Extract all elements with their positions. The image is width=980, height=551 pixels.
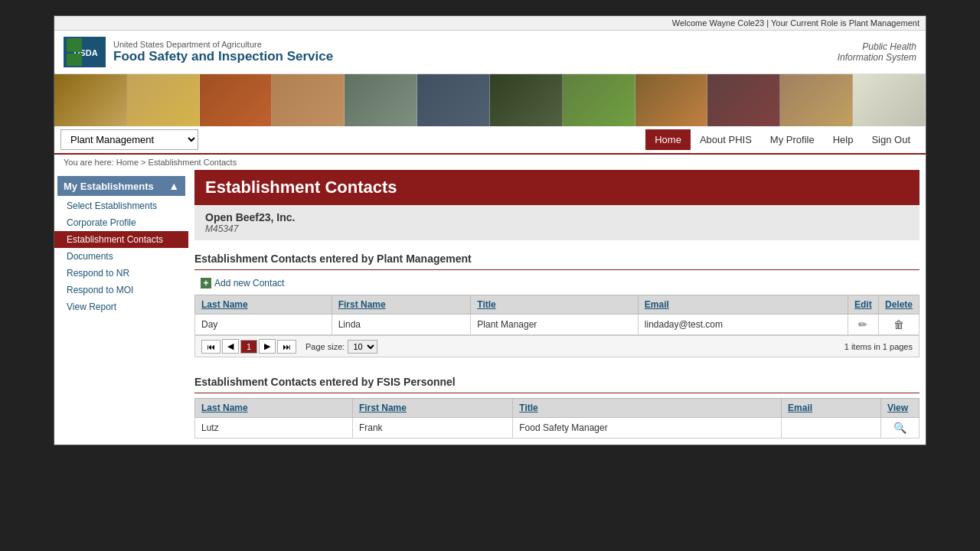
module-dropdown[interactable]: Plant Management bbox=[60, 129, 198, 150]
add-icon: + bbox=[201, 278, 211, 289]
col-title[interactable]: Title bbox=[471, 295, 639, 315]
section2: Establishment Contacts entered by FSIS P… bbox=[194, 370, 920, 439]
fsis-cell-email bbox=[782, 418, 881, 439]
page-size-text: Page size: bbox=[305, 342, 345, 351]
header-agency: United States Department of Agriculture … bbox=[113, 40, 333, 64]
first-page-button[interactable]: ⏮ bbox=[201, 340, 220, 354]
usda-logo-image: USDA bbox=[64, 37, 106, 67]
header-left: USDA United States Department of Agricul… bbox=[64, 37, 333, 67]
fsis-col-title[interactable]: Title bbox=[513, 399, 782, 418]
sidebar-header: My Establishments ▲ bbox=[57, 176, 185, 196]
photo-5 bbox=[345, 74, 417, 126]
cell-title: Plant Manager bbox=[471, 315, 639, 335]
cell-email: lindaday@test.com bbox=[638, 315, 848, 335]
svg-rect-3 bbox=[67, 54, 82, 66]
photo-8 bbox=[563, 74, 635, 126]
photo-1 bbox=[54, 74, 127, 126]
agency-name: Food Safety and Inspection Service bbox=[113, 49, 333, 64]
establishment-name: Open Beef23, Inc. bbox=[205, 211, 909, 223]
prev-page-button[interactable]: ◀ bbox=[222, 339, 239, 354]
system-name-line1: Public Health bbox=[838, 41, 916, 52]
establishment-id: M45347 bbox=[205, 223, 909, 234]
welcome-message: Welcome Wayne Cole23 | Your Current Role… bbox=[672, 18, 920, 28]
pagination-bar: ⏮ ◀ 1 ▶ ⏭ Page size: 10 25 1 bbox=[194, 335, 920, 357]
sidebar-item-select-establishments[interactable]: Select Establishments bbox=[54, 197, 188, 214]
sidebar-title: My Establishments bbox=[64, 181, 154, 192]
sidebar-item-respond-to-moi[interactable]: Respond to MOI bbox=[54, 282, 188, 298]
sidebar-item-establishment-contacts[interactable]: Establishment Contacts bbox=[54, 231, 188, 248]
nav-profile[interactable]: My Profile bbox=[761, 129, 824, 150]
table-header-row: Last Name First Name Title Email Edit De… bbox=[195, 295, 920, 315]
contacts-table: Last Name First Name Title Email Edit De… bbox=[194, 295, 920, 335]
content: Establishment Contacts Open Beef23, Inc.… bbox=[188, 170, 926, 445]
sidebar: My Establishments ▲ Select Establishment… bbox=[54, 170, 188, 445]
photo-10 bbox=[707, 74, 780, 126]
fsis-col-email[interactable]: Email bbox=[782, 399, 881, 418]
fsis-col-lastname[interactable]: Last Name bbox=[195, 399, 353, 418]
nav-links: Home About PHIS My Profile Help Sign Out bbox=[645, 129, 926, 150]
breadcrumb: You are here: Home > Establishment Conta… bbox=[54, 155, 926, 170]
add-contact-link[interactable]: + Add new Contact bbox=[194, 275, 920, 292]
system-name: Public Health Information System bbox=[838, 41, 916, 63]
sidebar-item-respond-to-nr[interactable]: Respond to NR bbox=[54, 265, 188, 282]
fsis-table-row: Lutz Frank Food Safety Manager 🔍 bbox=[195, 418, 920, 439]
cell-delete: 🗑 bbox=[878, 315, 919, 335]
nav-home[interactable]: Home bbox=[645, 129, 691, 150]
page-size-label: Page size: 10 25 bbox=[305, 340, 377, 354]
section1-title: Establishment Contacts entered by Plant … bbox=[194, 246, 920, 270]
sidebar-item-documents[interactable]: Documents bbox=[54, 248, 188, 265]
svg-rect-2 bbox=[67, 38, 82, 52]
fsis-cell-firstname: Frank bbox=[352, 418, 512, 439]
system-name-line2: Information System bbox=[838, 52, 916, 63]
pagination-controls: ⏮ ◀ 1 ▶ ⏭ Page size: 10 25 bbox=[201, 339, 377, 354]
fsis-contacts-table: Last Name First Name Title Email View Lu… bbox=[194, 398, 920, 439]
agency-department: United States Department of Agriculture bbox=[113, 40, 333, 49]
col-email[interactable]: Email bbox=[638, 295, 848, 315]
table-row: Day Linda Plant Manager lindaday@test.co… bbox=[195, 315, 920, 335]
fsis-col-firstname[interactable]: First Name bbox=[352, 399, 512, 418]
fsis-cell-lastname: Lutz bbox=[195, 418, 353, 439]
col-lastname[interactable]: Last Name bbox=[195, 295, 332, 315]
view-button[interactable]: 🔍 bbox=[893, 422, 906, 434]
cell-lastname: Day bbox=[195, 315, 332, 335]
top-bar: Welcome Wayne Cole23 | Your Current Role… bbox=[54, 16, 926, 31]
sidebar-item-view-report[interactable]: View Report bbox=[54, 298, 188, 315]
fsis-cell-title: Food Safety Manager bbox=[513, 418, 782, 439]
add-contact-label: Add new Contact bbox=[214, 278, 284, 289]
photo-4 bbox=[272, 74, 345, 126]
header: USDA United States Department of Agricul… bbox=[54, 31, 926, 74]
col-firstname[interactable]: First Name bbox=[332, 295, 471, 315]
fsis-col-view: View bbox=[881, 399, 920, 418]
col-edit: Edit bbox=[848, 295, 878, 315]
usda-seal-icon: USDA bbox=[65, 37, 104, 67]
delete-button[interactable]: 🗑 bbox=[893, 318, 904, 331]
photo-banner bbox=[54, 74, 926, 126]
nav-help[interactable]: Help bbox=[824, 129, 863, 150]
page-size-select[interactable]: 10 25 bbox=[348, 340, 377, 354]
page-1-button[interactable]: 1 bbox=[240, 340, 257, 354]
main-layout: My Establishments ▲ Select Establishment… bbox=[54, 170, 926, 445]
page-title: Establishment Contacts bbox=[194, 170, 920, 205]
photo-9 bbox=[635, 74, 708, 126]
photo-12 bbox=[853, 74, 926, 126]
nav-about[interactable]: About PHIS bbox=[691, 129, 761, 150]
photo-6 bbox=[417, 74, 490, 126]
sidebar-item-corporate-profile[interactable]: Corporate Profile bbox=[54, 214, 188, 231]
next-page-button[interactable]: ▶ bbox=[259, 339, 276, 354]
photo-7 bbox=[490, 74, 563, 126]
cell-firstname: Linda bbox=[332, 315, 471, 335]
last-page-button[interactable]: ⏭ bbox=[277, 340, 296, 354]
photo-11 bbox=[780, 74, 853, 126]
edit-button[interactable]: ✏ bbox=[858, 318, 867, 331]
photo-2 bbox=[127, 74, 200, 126]
col-delete: Delete bbox=[878, 295, 919, 315]
fsis-table-header-row: Last Name First Name Title Email View bbox=[195, 399, 920, 418]
nav-signout[interactable]: Sign Out bbox=[862, 129, 920, 150]
photo-3 bbox=[200, 74, 273, 126]
pagination-summary: 1 items in 1 pages bbox=[844, 342, 913, 351]
cell-edit: ✏ bbox=[848, 315, 878, 335]
usda-logo: USDA bbox=[64, 37, 106, 67]
nav-bar: Plant Management Home About PHIS My Prof… bbox=[54, 126, 926, 155]
sidebar-collapse-button[interactable]: ▲ bbox=[168, 180, 179, 192]
establishment-info: Open Beef23, Inc. M45347 bbox=[194, 205, 920, 240]
